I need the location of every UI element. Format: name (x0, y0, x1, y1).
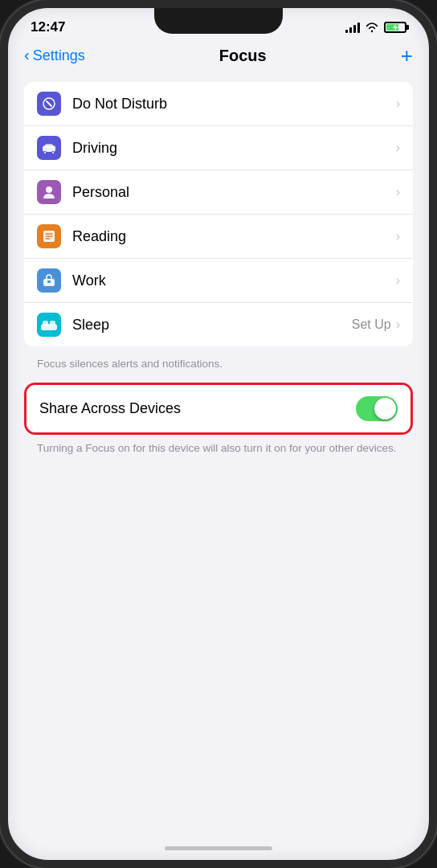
sleep-right: Set Up› (352, 317, 400, 332)
reading-chevron-icon: › (396, 229, 400, 244)
navigation-bar: ‹ Settings Focus + (8, 39, 429, 76)
work-icon (37, 268, 61, 293)
driving-icon (37, 136, 61, 160)
toggle-knob (374, 398, 396, 420)
svg-rect-11 (47, 280, 51, 283)
personal-chevron-icon: › (396, 185, 400, 199)
home-indicator (165, 846, 272, 850)
work-label: Work (72, 272, 396, 289)
svg-point-0 (371, 31, 373, 32)
focus-list: Do Not Disturb›Driving›Personal›Reading›… (24, 82, 413, 346)
focus-item-driving[interactable]: Driving› (24, 126, 413, 170)
svg-point-7 (52, 152, 54, 154)
share-across-devices-toggle[interactable] (356, 396, 398, 421)
share-toggle-row: Share Across Devices (27, 385, 410, 432)
do-not-disturb-icon (37, 92, 61, 116)
sleep-icon (37, 313, 61, 337)
do-not-disturb-chevron-icon: › (396, 96, 400, 111)
reading-icon (37, 224, 61, 248)
signal-bar-2 (349, 27, 352, 33)
share-toggle-caption: Turning a Focus on for this device will … (24, 435, 413, 469)
wifi-icon (365, 22, 379, 33)
work-chevron-icon: › (396, 273, 400, 288)
driving-right: › (396, 141, 400, 155)
focus-description: Focus silences alerts and notifications. (24, 351, 413, 383)
signal-bar-3 (353, 25, 356, 33)
notch (154, 8, 283, 34)
status-icons (345, 22, 406, 33)
do-not-disturb-right: › (396, 96, 400, 111)
sleep-label: Sleep (72, 317, 352, 334)
reading-label: Reading (72, 228, 396, 245)
focus-item-work[interactable]: Work› (24, 259, 413, 303)
svg-rect-14 (50, 321, 55, 326)
phone-frame: 12:47 (0, 0, 437, 868)
driving-label: Driving (72, 140, 396, 157)
share-toggle-label: Share Across Devices (39, 400, 356, 417)
personal-right: › (396, 185, 400, 199)
signal-bar-1 (345, 30, 348, 33)
work-right: › (396, 273, 400, 288)
focus-item-personal[interactable]: Personal› (24, 170, 413, 215)
svg-point-5 (44, 152, 46, 154)
svg-rect-3 (45, 144, 53, 148)
svg-point-8 (46, 186, 52, 193)
do-not-disturb-label: Do Not Disturb (72, 96, 396, 113)
battery-icon (384, 22, 406, 33)
sleep-chevron-icon: › (396, 317, 400, 332)
share-toggle-container: Share Across Devices (24, 383, 413, 435)
signal-bars-icon (345, 22, 360, 33)
personal-label: Personal (72, 184, 396, 201)
back-chevron-icon: ‹ (24, 46, 30, 64)
charging-icon (392, 23, 398, 31)
status-time: 12:47 (31, 19, 65, 35)
sleep-setup-label: Set Up (352, 317, 391, 332)
main-content: Do Not Disturb›Driving›Personal›Reading›… (8, 76, 429, 476)
back-button[interactable]: ‹ Settings (24, 47, 85, 64)
back-label: Settings (33, 47, 85, 64)
driving-chevron-icon: › (396, 141, 400, 155)
svg-rect-13 (43, 321, 48, 326)
add-focus-button[interactable]: + (401, 45, 413, 66)
signal-bar-4 (357, 23, 360, 33)
focus-item-reading[interactable]: Reading› (24, 215, 413, 259)
page-title: Focus (219, 47, 267, 65)
focus-item-do-not-disturb[interactable]: Do Not Disturb› (24, 82, 413, 126)
focus-item-sleep[interactable]: SleepSet Up› (24, 303, 413, 346)
reading-right: › (396, 229, 400, 244)
personal-icon (37, 180, 61, 204)
